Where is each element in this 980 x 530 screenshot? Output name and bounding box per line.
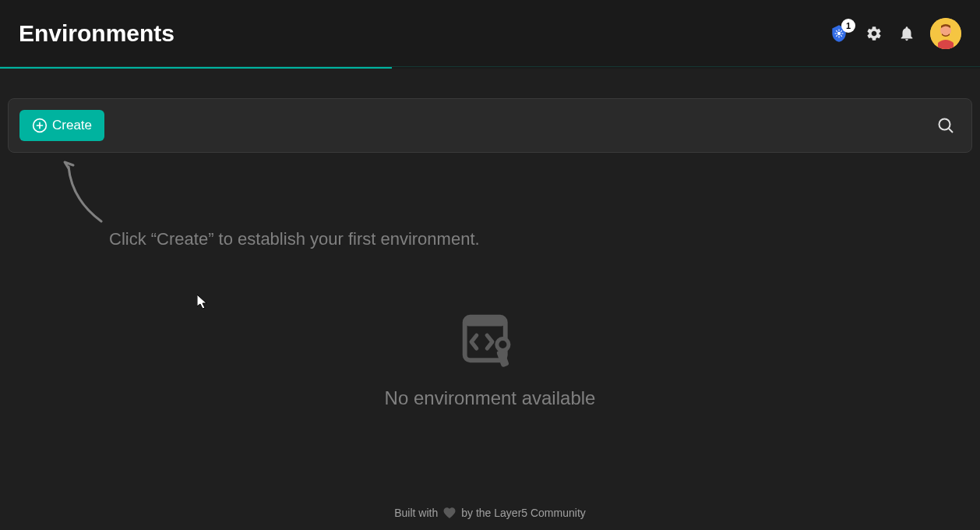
main-content: Create Click “Create” to establish your … (0, 69, 980, 496)
avatar-image (930, 18, 961, 49)
footer-prefix: Built with (394, 507, 438, 519)
search-button[interactable] (936, 115, 956, 136)
empty-state: No environment available (385, 308, 596, 409)
empty-state-icon (457, 308, 523, 373)
kubernetes-status-button[interactable]: 1 (827, 22, 851, 45)
settings-button[interactable] (865, 24, 883, 43)
svg-point-0 (837, 31, 841, 34)
badge-count: 1 (841, 19, 855, 33)
footer: Built with by the Layer5 Community (0, 496, 980, 530)
notifications-button[interactable] (897, 24, 916, 43)
hint-container: Click “Create” to establish your first e… (8, 161, 972, 249)
page-title: Environments (19, 20, 174, 47)
header-actions: 1 (827, 18, 961, 49)
heart-icon (442, 506, 457, 520)
create-button[interactable]: Create (19, 110, 104, 141)
toolbar: Create (8, 98, 972, 153)
svg-rect-6 (465, 317, 506, 327)
hint-text: Click “Create” to establish your first e… (55, 161, 972, 249)
bell-icon (898, 25, 915, 42)
footer-suffix: by the Layer5 Community (461, 507, 586, 519)
empty-state-text: No environment available (385, 387, 596, 409)
create-button-label: Create (52, 118, 92, 133)
svg-point-4 (939, 119, 950, 130)
arrow-hint-icon (55, 161, 109, 231)
avatar[interactable] (930, 18, 961, 49)
search-icon (936, 116, 955, 135)
header: Environments 1 (0, 0, 980, 67)
gear-icon (865, 25, 883, 42)
svg-point-7 (497, 338, 509, 350)
plus-circle-icon (32, 118, 48, 133)
